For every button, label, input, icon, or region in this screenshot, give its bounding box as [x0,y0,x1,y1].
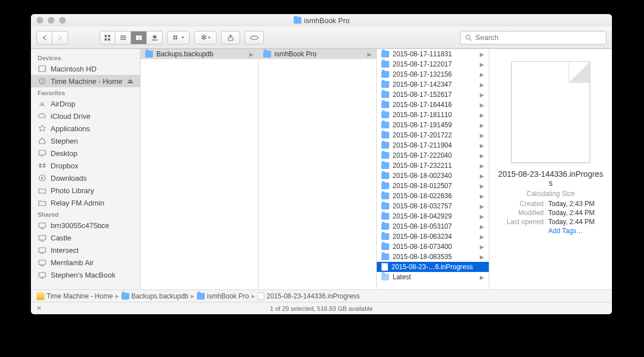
list-item[interactable]: 2015-08-17-222040▶ [377,150,489,160]
folder-icon [294,17,301,24]
preview-filename: 2015-08-23-144336.inProgress [497,169,604,188]
column-view-button[interactable] [131,31,147,44]
sidebar-item[interactable]: Stephen's MacBook [31,269,140,281]
sidebar-item[interactable]: Macintosh HD [31,63,140,75]
close-button[interactable] [37,17,43,24]
sidebar-item[interactable]: iCloud Drive [31,110,140,122]
list-item[interactable]: 2015-08-17-164416▶ [377,100,489,110]
item-label: 2015-08-17-152617 [393,91,476,99]
sidebar-item[interactable]: Stephen [31,135,140,147]
sidebar-item[interactable]: Photo Library [31,184,140,197]
minimize-button[interactable] [48,17,55,24]
sidebar-item[interactable]: Dropbox [31,159,140,172]
list-item[interactable]: 2015-08-18-032757▶ [377,201,489,211]
path-bar[interactable]: Time Machine - Home▶Backups.backupdb▶ism… [31,289,612,302]
list-item[interactable]: Backups.backupdb▶ [141,49,258,59]
sidebar-header: Devices [31,52,140,63]
list-item[interactable]: 2015-08-17-181110▶ [377,110,489,120]
sidebar-item-label: Photo Library [51,186,94,195]
sidebar-item[interactable]: Applications [31,122,140,135]
svg-rect-7 [136,35,138,40]
list-item[interactable]: 2015-08-17-232211▶ [377,160,489,171]
list-item[interactable]: 2015-08-17-211904▶ [377,140,489,150]
search-input[interactable] [475,33,601,42]
window-title: ismhBook Pro [304,16,350,25]
folder-icon [197,293,205,300]
list-item[interactable]: Latest▶ [377,272,489,282]
search-field[interactable] [460,31,606,44]
sidebar-item[interactable]: Time Machine - Home⏏ [31,75,140,87]
sidebar-item[interactable]: Merrilamb Air [31,256,140,269]
list-item[interactable]: 2015-08-18-012507▶ [377,181,489,191]
file-icon [258,292,264,300]
coverflow-view-button[interactable] [147,31,163,44]
item-label: 2015-08-17-232211 [393,162,476,169]
sidebar-item[interactable]: Desktop [31,147,140,159]
sidebar[interactable]: DevicesMacintosh HDTime Machine - Home⏏F… [31,49,141,289]
titlebar[interactable]: ismhBook Pro [31,14,612,26]
sidebar-item[interactable]: Downloads [31,172,140,184]
chevron-right-icon: ▶ [191,293,195,299]
list-item[interactable]: 2015-08-18-053107▶ [377,221,489,231]
chevron-right-icon: ▶ [480,132,484,139]
folder-icon [263,51,271,57]
column-1[interactable]: Backups.backupdb▶ [141,49,259,289]
column-3[interactable]: 2015-08-17-111831▶2015-08-17-122017▶2015… [377,49,489,289]
zoom-button[interactable] [59,17,66,24]
folder-icon [145,51,153,57]
chevron-right-icon: ▶ [480,142,484,149]
sidebar-item-label: Downloads [51,174,87,182]
sidebar-item[interactable]: AirDrop [31,97,140,110]
list-item[interactable]: 2015-08-17-111831▶ [377,49,489,59]
stop-icon[interactable]: ✕ [37,305,42,312]
folder-icon [381,71,389,78]
list-item[interactable]: 2015-08-18-002340▶ [377,171,489,181]
arrange-button[interactable]: ▾ [167,31,190,44]
path-segment[interactable]: Time Machine - Home [37,292,113,300]
list-item[interactable]: 2015-08-17-201722▶ [377,130,489,140]
back-button[interactable] [37,31,52,44]
tags-button[interactable] [245,31,264,44]
path-segment[interactable]: Backups.backupdb [121,292,188,300]
disk-icon [37,292,44,300]
sidebar-item[interactable]: Castle [31,231,140,244]
sidebar-item[interactable]: brn30055c475bce [31,219,140,231]
list-item[interactable]: 2015-08-23-…6.inProgress [377,262,489,272]
sidebar-item[interactable]: Intersect [31,244,140,256]
list-item[interactable]: ismhBook Pro▶ [259,49,376,59]
net-icon [38,246,47,255]
list-item[interactable]: 2015-08-17-132156▶ [377,69,489,79]
item-label: Backups.backupdb [156,50,246,58]
list-item[interactable]: 2015-08-17-191459▶ [377,120,489,130]
toolbar: ▾ ✻▾ [31,26,612,49]
folder-icon [381,132,389,139]
list-item[interactable]: 2015-08-18-022636▶ [377,191,489,201]
tm-icon [38,77,47,86]
list-item[interactable]: 2015-08-17-142347▶ [377,79,489,90]
icon-view-button[interactable] [100,31,115,44]
add-tags-button[interactable]: Add Tags… [548,227,595,235]
folder-icon [38,186,47,195]
eject-icon[interactable]: ⏏ [127,77,133,85]
list-item[interactable]: 2015-08-18-083535▶ [377,252,489,262]
sidebar-item-label: Stephen's MacBook [51,271,115,279]
list-item[interactable]: 2015-08-18-042929▶ [377,211,489,221]
sidebar-item[interactable]: Relay FM Admin [31,197,140,209]
sidebar-item-label: brn30055c475bce [51,221,109,230]
svg-rect-12 [173,35,175,37]
item-label: 2015-08-17-181110 [393,111,476,119]
forward-button[interactable] [52,31,68,44]
list-view-button[interactable] [115,31,131,44]
chevron-right-icon: ▶ [480,61,484,68]
path-segment[interactable]: 2015-08-23-144336.inProgress [258,292,360,300]
list-item[interactable]: 2015-08-18-063234▶ [377,231,489,242]
list-item[interactable]: 2015-08-17-122017▶ [377,59,489,69]
share-button[interactable] [221,31,240,44]
path-segment[interactable]: ismhBook Pro [197,292,249,300]
column-2[interactable]: ismhBook Pro▶ [259,49,377,289]
folder-icon [381,81,389,88]
list-item[interactable]: 2015-08-17-152617▶ [377,90,489,100]
item-label: 2015-08-18-002340 [393,172,476,180]
action-button[interactable]: ✻▾ [194,31,217,44]
list-item[interactable]: 2015-08-18-073400▶ [377,242,489,252]
